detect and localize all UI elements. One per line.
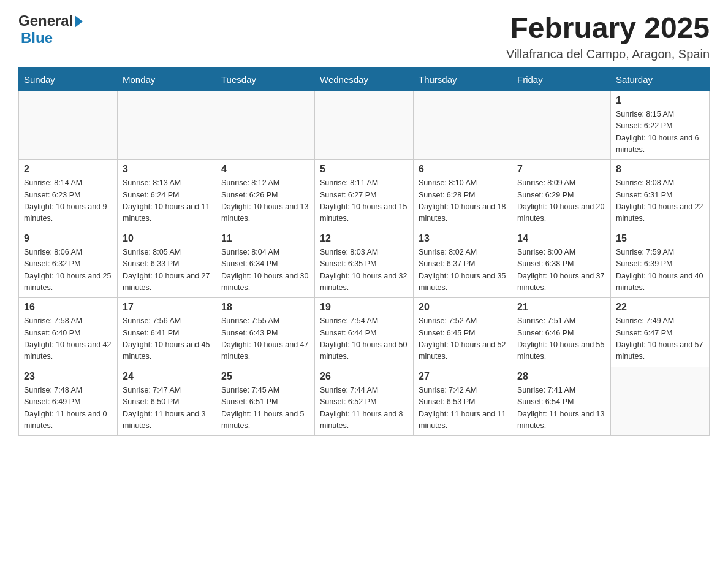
day-number: 16 xyxy=(24,302,112,313)
day-number: 8 xyxy=(616,164,704,175)
day-info: Sunrise: 8:11 AMSunset: 6:27 PMDaylight:… xyxy=(320,177,408,225)
day-number: 9 xyxy=(24,233,112,244)
calendar-day xyxy=(414,91,512,160)
column-header-friday: Friday xyxy=(512,67,611,91)
calendar-day: 8Sunrise: 8:08 AMSunset: 6:31 PMDaylight… xyxy=(611,160,710,229)
day-number: 28 xyxy=(517,371,605,382)
calendar-day: 5Sunrise: 8:11 AMSunset: 6:27 PMDaylight… xyxy=(315,160,414,229)
day-info: Sunrise: 7:59 AMSunset: 6:39 PMDaylight:… xyxy=(616,247,704,294)
calendar-week-1: 1Sunrise: 8:15 AMSunset: 6:22 PMDaylight… xyxy=(19,91,710,160)
day-number: 5 xyxy=(320,164,408,175)
day-info: Sunrise: 7:51 AMSunset: 6:46 PMDaylight:… xyxy=(517,315,605,363)
day-info: Sunrise: 8:08 AMSunset: 6:31 PMDaylight:… xyxy=(616,177,704,225)
day-info: Sunrise: 7:47 AMSunset: 6:50 PMDaylight:… xyxy=(123,385,211,432)
calendar-table: SundayMondayTuesdayWednesdayThursdayFrid… xyxy=(18,67,710,437)
day-number: 12 xyxy=(320,233,408,244)
calendar-day: 28Sunrise: 7:41 AMSunset: 6:54 PMDayligh… xyxy=(512,367,611,436)
calendar-day xyxy=(216,91,315,160)
day-number: 7 xyxy=(517,164,605,175)
calendar-day: 15Sunrise: 7:59 AMSunset: 6:39 PMDayligh… xyxy=(611,229,710,298)
day-number: 23 xyxy=(24,371,112,382)
column-header-sunday: Sunday xyxy=(19,67,118,91)
column-header-monday: Monday xyxy=(118,67,216,91)
day-info: Sunrise: 7:58 AMSunset: 6:40 PMDaylight:… xyxy=(24,315,112,363)
day-info: Sunrise: 8:15 AMSunset: 6:22 PMDaylight:… xyxy=(616,109,704,156)
calendar-day: 12Sunrise: 8:03 AMSunset: 6:35 PMDayligh… xyxy=(315,229,414,298)
calendar-day xyxy=(512,91,611,160)
calendar-day: 13Sunrise: 8:02 AMSunset: 6:37 PMDayligh… xyxy=(414,229,512,298)
day-info: Sunrise: 8:12 AMSunset: 6:26 PMDaylight:… xyxy=(221,177,309,225)
month-title: February 2025 xyxy=(506,12,710,45)
calendar-day: 25Sunrise: 7:45 AMSunset: 6:51 PMDayligh… xyxy=(216,367,315,436)
day-number: 25 xyxy=(221,371,309,382)
calendar-week-4: 16Sunrise: 7:58 AMSunset: 6:40 PMDayligh… xyxy=(19,298,710,367)
day-number: 6 xyxy=(419,164,507,175)
column-header-saturday: Saturday xyxy=(611,67,710,91)
page-header: General Blue February 2025 Villafranca d… xyxy=(18,12,710,61)
day-number: 13 xyxy=(419,233,507,244)
day-info: Sunrise: 8:05 AMSunset: 6:33 PMDaylight:… xyxy=(123,247,211,294)
day-info: Sunrise: 7:54 AMSunset: 6:44 PMDaylight:… xyxy=(320,315,408,363)
calendar-day: 20Sunrise: 7:52 AMSunset: 6:45 PMDayligh… xyxy=(414,298,512,367)
calendar-day: 18Sunrise: 7:55 AMSunset: 6:43 PMDayligh… xyxy=(216,298,315,367)
title-section: February 2025 Villafranca del Campo, Ara… xyxy=(506,12,710,61)
day-info: Sunrise: 8:00 AMSunset: 6:38 PMDaylight:… xyxy=(517,247,605,294)
location-title: Villafranca del Campo, Aragon, Spain xyxy=(506,47,710,61)
calendar-day: 9Sunrise: 8:06 AMSunset: 6:32 PMDaylight… xyxy=(19,229,118,298)
calendar-day: 27Sunrise: 7:42 AMSunset: 6:53 PMDayligh… xyxy=(414,367,512,436)
calendar-day: 1Sunrise: 8:15 AMSunset: 6:22 PMDaylight… xyxy=(611,91,710,160)
calendar-day: 17Sunrise: 7:56 AMSunset: 6:41 PMDayligh… xyxy=(118,298,216,367)
calendar-day xyxy=(611,367,710,436)
calendar-day: 26Sunrise: 7:44 AMSunset: 6:52 PMDayligh… xyxy=(315,367,414,436)
day-info: Sunrise: 7:52 AMSunset: 6:45 PMDaylight:… xyxy=(419,315,507,363)
day-number: 24 xyxy=(123,371,211,382)
day-info: Sunrise: 7:45 AMSunset: 6:51 PMDaylight:… xyxy=(221,385,309,432)
day-number: 4 xyxy=(221,164,309,175)
calendar-week-3: 9Sunrise: 8:06 AMSunset: 6:32 PMDaylight… xyxy=(19,229,710,298)
calendar-week-2: 2Sunrise: 8:14 AMSunset: 6:23 PMDaylight… xyxy=(19,160,710,229)
column-header-wednesday: Wednesday xyxy=(315,67,414,91)
calendar-day: 3Sunrise: 8:13 AMSunset: 6:24 PMDaylight… xyxy=(118,160,216,229)
day-number: 26 xyxy=(320,371,408,382)
day-number: 2 xyxy=(24,164,112,175)
calendar-day xyxy=(118,91,216,160)
calendar-week-5: 23Sunrise: 7:48 AMSunset: 6:49 PMDayligh… xyxy=(19,367,710,436)
day-info: Sunrise: 8:02 AMSunset: 6:37 PMDaylight:… xyxy=(419,247,507,294)
calendar-day: 21Sunrise: 7:51 AMSunset: 6:46 PMDayligh… xyxy=(512,298,611,367)
calendar-day xyxy=(19,91,118,160)
calendar-day: 23Sunrise: 7:48 AMSunset: 6:49 PMDayligh… xyxy=(19,367,118,436)
day-info: Sunrise: 8:06 AMSunset: 6:32 PMDaylight:… xyxy=(24,247,112,294)
column-header-tuesday: Tuesday xyxy=(216,67,315,91)
day-info: Sunrise: 7:49 AMSunset: 6:47 PMDaylight:… xyxy=(616,315,704,363)
day-info: Sunrise: 8:10 AMSunset: 6:28 PMDaylight:… xyxy=(419,177,507,225)
day-info: Sunrise: 8:13 AMSunset: 6:24 PMDaylight:… xyxy=(123,177,211,225)
calendar-day: 2Sunrise: 8:14 AMSunset: 6:23 PMDaylight… xyxy=(19,160,118,229)
calendar-day: 16Sunrise: 7:58 AMSunset: 6:40 PMDayligh… xyxy=(19,298,118,367)
logo: General Blue xyxy=(18,12,83,47)
day-info: Sunrise: 7:56 AMSunset: 6:41 PMDaylight:… xyxy=(123,315,211,363)
day-info: Sunrise: 7:44 AMSunset: 6:52 PMDaylight:… xyxy=(320,385,408,432)
calendar-day: 14Sunrise: 8:00 AMSunset: 6:38 PMDayligh… xyxy=(512,229,611,298)
day-info: Sunrise: 7:55 AMSunset: 6:43 PMDaylight:… xyxy=(221,315,309,363)
calendar-day: 10Sunrise: 8:05 AMSunset: 6:33 PMDayligh… xyxy=(118,229,216,298)
logo-blue-text: Blue xyxy=(21,29,53,47)
calendar-day: 11Sunrise: 8:04 AMSunset: 6:34 PMDayligh… xyxy=(216,229,315,298)
calendar-day: 4Sunrise: 8:12 AMSunset: 6:26 PMDaylight… xyxy=(216,160,315,229)
day-info: Sunrise: 7:42 AMSunset: 6:53 PMDaylight:… xyxy=(419,385,507,432)
day-number: 17 xyxy=(123,302,211,313)
calendar-day: 6Sunrise: 8:10 AMSunset: 6:28 PMDaylight… xyxy=(414,160,512,229)
day-number: 27 xyxy=(419,371,507,382)
day-number: 11 xyxy=(221,233,309,244)
day-number: 21 xyxy=(517,302,605,313)
day-info: Sunrise: 8:03 AMSunset: 6:35 PMDaylight:… xyxy=(320,247,408,294)
calendar-day: 22Sunrise: 7:49 AMSunset: 6:47 PMDayligh… xyxy=(611,298,710,367)
column-header-thursday: Thursday xyxy=(414,67,512,91)
day-info: Sunrise: 8:14 AMSunset: 6:23 PMDaylight:… xyxy=(24,177,112,225)
day-number: 15 xyxy=(616,233,704,244)
day-number: 18 xyxy=(221,302,309,313)
day-number: 22 xyxy=(616,302,704,313)
day-number: 14 xyxy=(517,233,605,244)
day-info: Sunrise: 8:09 AMSunset: 6:29 PMDaylight:… xyxy=(517,177,605,225)
day-number: 19 xyxy=(320,302,408,313)
calendar-day: 7Sunrise: 8:09 AMSunset: 6:29 PMDaylight… xyxy=(512,160,611,229)
